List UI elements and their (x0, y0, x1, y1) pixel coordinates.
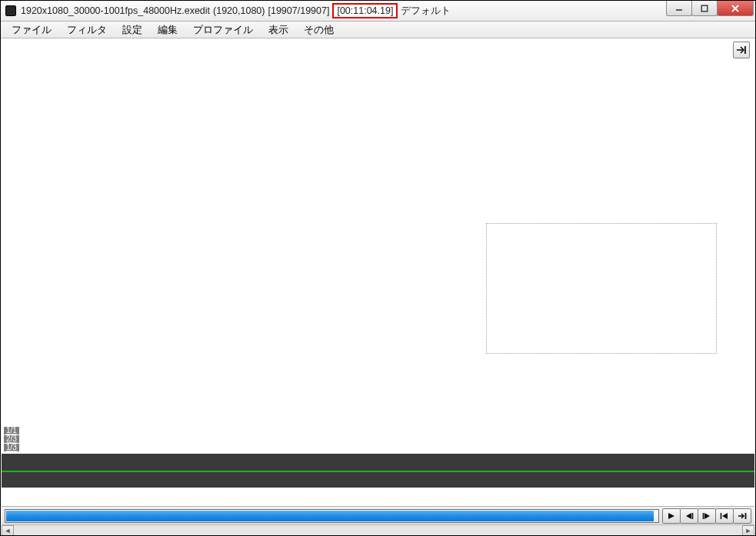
window-title: 1920x1080_30000-1001fps_48000Hz.exedit (… (21, 3, 451, 18)
close-button[interactable] (717, 1, 754, 16)
title-resolution: (1920,1080) (213, 5, 265, 16)
svg-marker-6 (668, 513, 674, 519)
title-profile: デフォルト (401, 5, 451, 18)
minimize-button[interactable] (666, 1, 692, 16)
transport-buttons (662, 508, 751, 524)
play-button[interactable] (662, 508, 681, 524)
spacer (2, 488, 754, 506)
go-end-button[interactable] (733, 508, 751, 524)
menu-file[interactable]: ファイル (5, 22, 58, 38)
maximize-button[interactable] (691, 1, 718, 16)
scroll-track[interactable] (14, 525, 742, 536)
layer-mark: 2/3 (4, 435, 19, 443)
svg-marker-12 (722, 513, 728, 519)
menu-profile[interactable]: プロファイル (187, 22, 259, 38)
layer-mark: 1/3 (4, 444, 19, 451)
timeline-strip[interactable] (2, 454, 754, 488)
seek-slider-fill (6, 511, 654, 521)
timeline-playhead-line (2, 471, 754, 472)
step-back-button[interactable] (680, 508, 698, 524)
menu-other[interactable]: その他 (298, 22, 340, 38)
menu-settings[interactable]: 設定 (116, 22, 148, 38)
title-timecode-highlighted: [00:11:04.19] (332, 3, 398, 18)
menubar: ファイル フィルタ 設定 編集 プロファイル 表示 その他 (1, 22, 755, 38)
menu-filter[interactable]: フィルタ (61, 22, 113, 38)
selection-outline (486, 223, 717, 354)
scroll-left-button[interactable]: ◄ (2, 525, 14, 536)
title-filename: 1920x1080_30000-1001fps_48000Hz.exedit (21, 5, 210, 16)
horizontal-scrollbar[interactable]: ◄ ► (2, 524, 754, 535)
transport-bar (2, 506, 754, 524)
seek-slider[interactable] (5, 509, 659, 523)
scroll-right-button[interactable]: ► (742, 525, 754, 536)
svg-marker-10 (704, 513, 710, 519)
layer-marks: 1/1 2/3 1/3 (4, 427, 19, 451)
title-frame-counter: [19907/19907] (268, 5, 329, 16)
step-forward-button[interactable] (698, 508, 716, 524)
preview-canvas[interactable]: 1/1 2/3 1/3 (2, 38, 754, 453)
svg-rect-1 (701, 5, 708, 12)
menu-edit[interactable]: 編集 (152, 22, 184, 38)
app-icon (5, 5, 16, 16)
layer-mark: 1/1 (4, 427, 19, 434)
go-start-button[interactable] (715, 508, 734, 524)
menu-view[interactable]: 表示 (262, 22, 295, 38)
titlebar: 1920x1080_30000-1001fps_48000Hz.exedit (… (1, 1, 755, 22)
window-controls (667, 1, 754, 18)
jump-to-end-button[interactable] (733, 42, 750, 58)
svg-marker-7 (686, 513, 691, 519)
